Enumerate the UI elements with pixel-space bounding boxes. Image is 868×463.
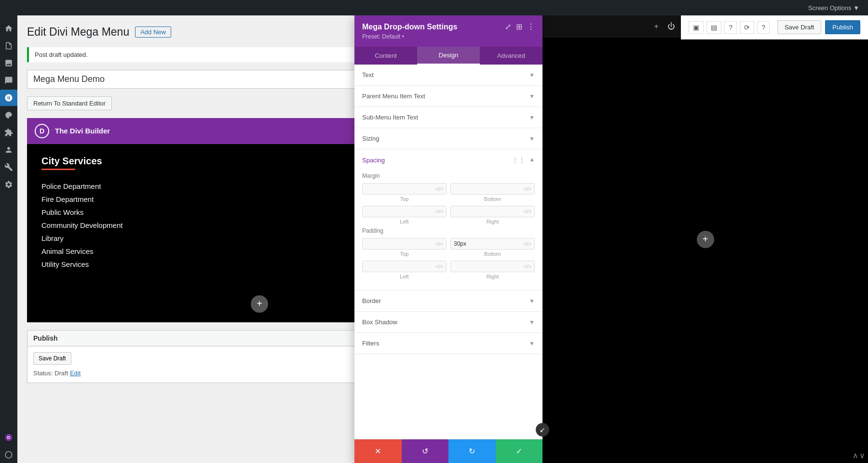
sidebar-item-users[interactable] [0, 142, 17, 158]
sidebar-item-comments[interactable] [0, 72, 17, 89]
cancel-button[interactable]: ✕ [354, 439, 402, 463]
sidebar-item-plugins[interactable] [0, 124, 17, 141]
undo-button[interactable]: ↺ [402, 439, 449, 463]
margin-left-input[interactable] [366, 208, 394, 215]
padding-top-link-icon[interactable]: </> [435, 241, 443, 247]
toolbar-power-icon[interactable]: ⏻ [667, 22, 675, 31]
margin-bottom-label: Bottom [484, 196, 501, 202]
padding-top-field: </> Top [362, 238, 447, 257]
help-button-2[interactable]: ⟳ [740, 21, 754, 34]
expand-icon[interactable]: ⤢ [505, 22, 511, 31]
accordion-sub-menu-chevron: ▼ [529, 114, 535, 121]
confirm-button[interactable]: ✓ [496, 439, 543, 463]
status-edit-link[interactable]: Edit [70, 370, 81, 377]
padding-bottom-link-icon[interactable]: </> [524, 241, 531, 247]
accordion-filters-header[interactable]: Filters ▼ [354, 333, 542, 354]
accordion-text: Text ▼ [354, 65, 542, 86]
sidebar-item-divi-extra[interactable]: D [0, 429, 17, 446]
accordion-sizing-label: Sizing [362, 135, 379, 142]
accordion-border-header[interactable]: Border ▼ [354, 291, 542, 311]
padding-right-label: Right [487, 274, 499, 279]
sidebar-item-media[interactable] [0, 55, 17, 71]
mega-panel-body: Text ▼ Parent Menu Item Text ▼ Sub-Menu … [354, 65, 542, 439]
margin-top-input[interactable] [366, 185, 394, 192]
resize-handle[interactable]: ↙ [536, 423, 549, 437]
margin-top-input-wrap: </> [362, 183, 447, 195]
help-button-3[interactable]: ? [757, 21, 770, 34]
tablet-view-button[interactable]: ▤ [706, 21, 721, 34]
more-options-icon[interactable]: ⋮ [527, 22, 535, 31]
padding-bottom-label: Bottom [484, 251, 501, 257]
margin-label: Margin [362, 172, 535, 179]
margin-left-link-icon[interactable]: </> [435, 209, 443, 214]
margin-left-input-wrap: </> [362, 206, 447, 217]
screen-options-button[interactable]: Screen Options ▼ [804, 4, 863, 12]
sidebar-item-divi[interactable] [0, 90, 17, 106]
mega-panel-header-top: Mega Drop-down Settings ⤢ ⊞ ⋮ [362, 22, 535, 31]
accordion-spacing-header[interactable]: Spacing ⋮⋮ ▼ [354, 149, 542, 171]
accordion-border: Border ▼ [354, 291, 542, 312]
expand-arrows: ∧ ∨ [850, 448, 868, 463]
tab-advanced[interactable]: Advanced [480, 47, 542, 65]
help-button-1[interactable]: ? [724, 21, 737, 34]
accordion-text-chevron: ▼ [529, 72, 535, 79]
padding-left-input[interactable] [366, 263, 394, 270]
sidebar-item-posts[interactable] [0, 38, 17, 54]
sidebar-item-extra[interactable] [0, 447, 17, 463]
page-save-draft-button[interactable]: Save Draft [777, 20, 821, 34]
padding-bottom-input[interactable] [454, 240, 483, 247]
view-icons: ▣ ▤ ? ⟳ ? [689, 21, 770, 34]
accordion-parent-header[interactable]: Parent Menu Item Text ▼ [354, 86, 542, 106]
confirm-icon: ✓ [516, 447, 522, 456]
padding-right-field: </> Right [450, 261, 535, 279]
expand-arrow-button[interactable]: ∨ [859, 451, 865, 460]
padding-top-input[interactable] [366, 240, 394, 247]
spacing-menu-icon[interactable]: ⋮⋮ [512, 156, 525, 164]
accordion-text-header[interactable]: Text ▼ [354, 65, 542, 85]
right-black-section: + ⏻ ⇅ ⏰ 🗑 ⚙ ⋮ + ∧ ∨ [542, 15, 868, 463]
padding-left-link-icon[interactable]: </> [435, 264, 443, 269]
page-publish-button[interactable]: Publish [825, 20, 860, 34]
status-label: Status: [33, 370, 53, 377]
toolbar-add-icon[interactable]: + [654, 22, 658, 31]
mega-panel-preset: Preset: Default • [362, 33, 535, 40]
margin-bottom-input[interactable] [454, 185, 483, 192]
accordion-filters-chevron: ▼ [529, 340, 535, 347]
tab-design[interactable]: Design [417, 47, 480, 65]
margin-bottom-link-icon[interactable]: </> [524, 186, 531, 192]
desktop-view-button[interactable]: ▣ [689, 21, 704, 34]
padding-grid: </> Top </> Bottom </> [362, 238, 535, 279]
section-title-underline [41, 169, 75, 170]
margin-right-link-icon[interactable]: </> [524, 209, 531, 214]
sidebar-item-tools[interactable] [0, 159, 17, 175]
right-section-add-button[interactable]: + [697, 231, 714, 248]
accordion-sub-menu-header[interactable]: Sub-Menu Item Text ▼ [354, 107, 542, 128]
margin-right-input[interactable] [454, 208, 483, 215]
divi-builder-title: The Divi Builder [55, 127, 110, 135]
save-draft-button[interactable]: Save Draft [33, 352, 71, 365]
redo-button[interactable]: ↻ [448, 439, 496, 463]
collapse-arrow-button[interactable]: ∧ [853, 451, 858, 460]
add-row-button[interactable]: + [251, 295, 268, 313]
sidebar-item-settings[interactable] [0, 176, 17, 193]
split-icon[interactable]: ⊞ [516, 22, 522, 31]
accordion-sizing-header[interactable]: Sizing ▼ [354, 128, 542, 149]
margin-top-label: Top [400, 196, 409, 202]
return-editor-button[interactable]: Return To Standard Editor [27, 96, 112, 110]
mega-panel-tabs: Content Design Advanced [354, 47, 542, 65]
padding-right-input[interactable] [454, 263, 483, 270]
margin-top-link-icon[interactable]: </> [435, 186, 443, 192]
divi-logo: D [35, 124, 49, 138]
page-title: Edit Divi Mega Menu [27, 25, 129, 40]
accordion-box-shadow-header[interactable]: Box Shadow ▼ [354, 312, 542, 332]
sidebar-item-appearance[interactable] [0, 107, 17, 123]
padding-right-link-icon[interactable]: </> [524, 264, 531, 269]
padding-left-input-wrap: </> [362, 261, 447, 272]
accordion-text-label: Text [362, 71, 374, 79]
accordion-border-label: Border [362, 297, 381, 304]
tab-content[interactable]: Content [354, 47, 417, 65]
padding-top-label: Top [400, 251, 409, 257]
padding-top-input-wrap: </> [362, 238, 447, 250]
sidebar-item-home[interactable] [0, 20, 17, 37]
add-new-button[interactable]: Add New [135, 26, 171, 38]
